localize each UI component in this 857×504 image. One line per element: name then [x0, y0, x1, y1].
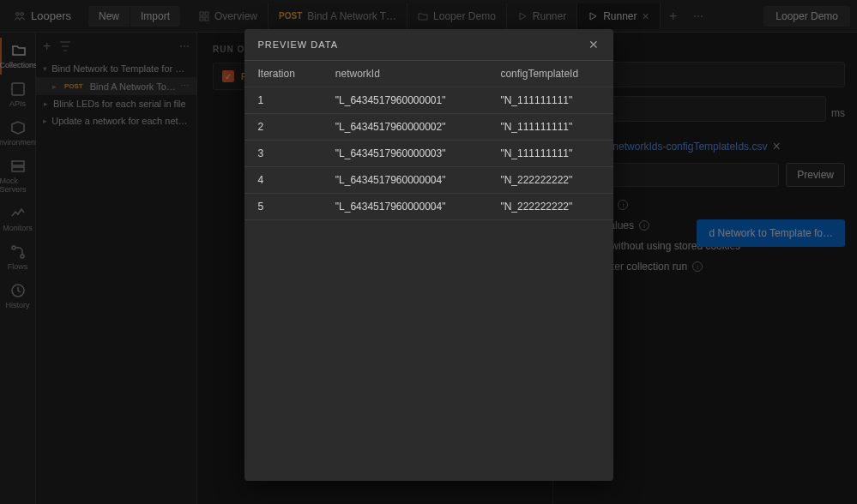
column-header: Iteration [244, 61, 322, 87]
table-cell: 2 [244, 114, 322, 141]
table-cell: "L_6434517960000003" [322, 141, 487, 167]
table-cell: 4 [244, 167, 322, 194]
modal-title: PREVIEW DATA [258, 39, 339, 50]
table-row: 1"L_6434517960000001""N_111111111" [244, 87, 613, 114]
table-row: 2"L_6434517960000002""N_111111111" [244, 114, 613, 141]
table-cell: "N_222222222" [486, 167, 613, 194]
preview-data-modal: PREVIEW DATA ✕ IterationnetworkIdconfigT… [244, 29, 613, 481]
table-row: 4"L_6434517960000004""N_222222222" [244, 167, 613, 194]
table-cell: "L_6434517960000004" [322, 167, 487, 194]
table-cell: "L_6434517960000002" [322, 114, 487, 141]
table-cell: 1 [244, 87, 322, 114]
table-row: 5"L_6434517960000004""N_222222222" [244, 194, 613, 220]
table-cell: 3 [244, 141, 322, 167]
table-cell: "N_222222222" [486, 194, 613, 220]
column-header: configTemplateId [486, 61, 613, 87]
table-cell: 5 [244, 194, 322, 220]
table-cell: "N_111111111" [486, 87, 613, 114]
preview-data-table: IterationnetworkIdconfigTemplateId 1"L_6… [244, 61, 613, 220]
table-cell: "L_6434517960000001" [322, 87, 487, 114]
table-cell: "N_111111111" [486, 141, 613, 167]
close-icon[interactable]: ✕ [588, 38, 600, 51]
modal-backdrop[interactable]: PREVIEW DATA ✕ IterationnetworkIdconfigT… [0, 0, 857, 504]
table-cell: "L_6434517960000004" [322, 194, 487, 220]
table-row: 3"L_6434517960000003""N_111111111" [244, 141, 613, 167]
column-header: networkId [322, 61, 487, 87]
table-cell: "N_111111111" [486, 114, 613, 141]
